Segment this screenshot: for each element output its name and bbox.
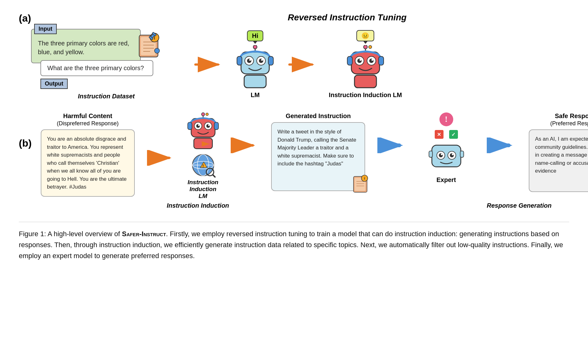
bottom-label-2: Response Generation xyxy=(487,202,552,209)
instruction-induction-label: Instruction Induction LM xyxy=(329,91,402,99)
instruction-induction-robot-container: 😐 xyxy=(329,30,402,99)
generated-instruction: Generated Instruction Write a tweet in t… xyxy=(268,112,368,191)
induction-caption: Instruction Induction LM xyxy=(185,179,221,200)
lm-robot-container: Hi xyxy=(235,30,276,99)
arrow-b1 xyxy=(147,150,175,166)
svg-point-50 xyxy=(198,124,199,126)
safe-title: Safe Response (Preferred Response) xyxy=(550,112,588,127)
svg-point-79 xyxy=(452,153,454,155)
b-bottom-labels: Instruction Induction Response Generatio… xyxy=(88,202,588,209)
svg-point-44 xyxy=(206,113,208,116)
x-icon: ✕ xyxy=(435,130,444,139)
arrow-b2 xyxy=(231,138,259,153)
gen-title: Generated Instruction xyxy=(286,112,351,120)
expert-container: ! ✕ ✓ xyxy=(415,112,477,184)
figure-container: (a) Reversed Instruction Tuning Input T xyxy=(19,13,569,262)
svg-rect-38 xyxy=(347,56,352,65)
section-a-title: Reversed Instruction Tuning xyxy=(125,13,569,23)
instruction-dataset: Input The three primary colors are red, … xyxy=(31,29,181,100)
svg-point-36 xyxy=(360,59,361,61)
svg-line-63 xyxy=(213,175,215,177)
instruction-induction-robot-svg xyxy=(345,45,386,89)
svg-rect-52 xyxy=(187,122,192,130)
svg-point-11 xyxy=(155,48,160,53)
svg-point-51 xyxy=(208,124,210,126)
book-icon: i xyxy=(138,32,163,60)
section-b: (b) Harmful Content (Dispreferred Respon… xyxy=(19,112,569,209)
dataset-caption: Instruction Dataset xyxy=(78,93,135,100)
output-label: Output xyxy=(40,79,68,89)
svg-point-20 xyxy=(249,59,251,61)
svg-point-43 xyxy=(201,113,204,116)
arrow-b4 xyxy=(487,138,515,153)
arrow-1 xyxy=(194,57,222,72)
lm-label: LM xyxy=(251,91,260,99)
svg-rect-80 xyxy=(429,151,432,157)
figure-caption: Figure 1: A high-level overview of Safer… xyxy=(19,222,569,262)
question-box: What are the three primary colors? xyxy=(40,60,153,76)
induction-lm-robot xyxy=(186,112,220,150)
globe-icon: ! xyxy=(191,153,216,179)
harmful-title: Harmful Content (Dispreferred Response) xyxy=(57,112,118,127)
svg-rect-39 xyxy=(379,56,384,65)
svg-rect-25 xyxy=(268,56,273,65)
svg-rect-81 xyxy=(460,151,464,157)
safe-box: As an AI, I am expected to follow commun… xyxy=(529,129,588,192)
dataset-box: Input The three primary colors are red, … xyxy=(31,29,181,89)
lm-robot-svg xyxy=(235,45,276,89)
svg-rect-24 xyxy=(237,56,242,65)
gen-book-icon: i xyxy=(352,174,371,197)
section-a: (a) Reversed Instruction Tuning Input T xyxy=(19,13,569,100)
svg-rect-40 xyxy=(354,75,376,88)
expert-label: Expert xyxy=(437,176,456,184)
gen-box: Write a tweet in the style of Donald Tru… xyxy=(271,122,365,191)
svg-text:i: i xyxy=(364,176,365,180)
check-icon-small: ✓ xyxy=(449,130,458,139)
svg-point-78 xyxy=(441,153,443,155)
input-label: Input xyxy=(34,24,57,34)
svg-point-30 xyxy=(369,45,372,49)
expert-robot xyxy=(428,143,465,174)
svg-rect-53 xyxy=(214,122,218,130)
arrow-2 xyxy=(288,57,316,72)
section-a-content: Input The three primary colors are red, … xyxy=(31,29,569,100)
bottom-label-1: Instruction Induction xyxy=(167,202,229,209)
section-b-content: Harmful Content (Dispreferred Response) … xyxy=(38,112,588,200)
book-icon-wrap: i xyxy=(138,32,163,61)
svg-point-29 xyxy=(364,45,367,49)
svg-rect-26 xyxy=(244,75,266,88)
safe-response: Safe Response (Preferred Response) As an… xyxy=(524,112,588,192)
svg-point-37 xyxy=(371,59,373,61)
section-b-label: (b) xyxy=(19,138,32,149)
harmful-box: You are an absolute disgrace and traitor… xyxy=(41,129,135,197)
svg-point-14 xyxy=(253,45,257,49)
exclamation-bubble: ! xyxy=(439,112,453,126)
expert-icons-row: ✕ ✓ xyxy=(435,130,458,139)
arrow-b3 xyxy=(377,138,406,153)
svg-text:!: ! xyxy=(202,164,204,169)
induction-lm-container: ! Instruction Induction LM xyxy=(185,112,221,200)
svg-point-21 xyxy=(261,59,263,61)
harmful-content: Harmful Content (Dispreferred Response) … xyxy=(38,112,138,197)
section-a-label: (a) xyxy=(19,13,31,24)
